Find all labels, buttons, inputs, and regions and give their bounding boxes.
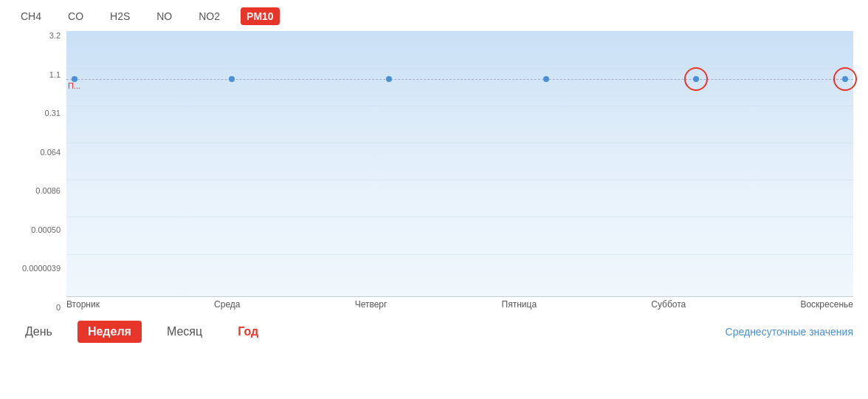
data-point-thursday xyxy=(386,76,392,82)
chart-area: 3.2 1.1 0.31 0.064 0.0086 0.00050 0.0000… xyxy=(15,31,853,312)
tab-no2[interactable]: NO2 xyxy=(193,7,226,25)
tab-bar: CH4 CO H2S NO NO2 PM10 xyxy=(0,0,868,25)
x-label-sunday: Воскресенье xyxy=(800,299,853,310)
tab-no[interactable]: NO xyxy=(151,7,178,25)
period-day-button[interactable]: День xyxy=(15,321,63,343)
chart-plot: П... xyxy=(66,31,853,297)
data-point-saturday xyxy=(693,76,699,82)
period-year-button[interactable]: Год xyxy=(227,321,269,343)
x-label-friday: Пятница xyxy=(502,299,537,310)
y-label-3: 0.064 xyxy=(40,148,61,157)
avg-label: Среднесуточные значения xyxy=(726,326,853,338)
data-point-wednesday xyxy=(229,76,235,82)
y-axis: 3.2 1.1 0.31 0.064 0.0086 0.00050 0.0000… xyxy=(15,31,66,312)
chart-container: 3.2 1.1 0.31 0.064 0.0086 0.00050 0.0000… xyxy=(15,31,853,312)
bottom-controls: День Неделя Месяц Год Среднесуточные зна… xyxy=(0,312,868,343)
data-point-friday xyxy=(543,76,549,82)
period-week-button[interactable]: Неделя xyxy=(78,321,142,343)
tab-pm10[interactable]: PM10 xyxy=(241,7,280,25)
data-point-tuesday xyxy=(72,76,78,82)
x-label-thursday: Четверг xyxy=(355,299,388,310)
y-label-5: 0.00050 xyxy=(31,225,61,234)
y-label-7: 0 xyxy=(56,303,61,312)
y-label-4: 0.0086 xyxy=(35,186,61,195)
y-label-2: 0.31 xyxy=(45,109,61,117)
y-label-1: 1.1 xyxy=(49,70,61,79)
threshold-label: П... xyxy=(68,81,80,90)
threshold-line xyxy=(66,79,853,80)
x-axis: Вторник Среда Четверг Пятница Суббота Во… xyxy=(66,297,853,312)
data-point-sunday xyxy=(842,76,848,82)
y-label-0: 3.2 xyxy=(49,31,61,40)
y-label-6: 0.0000039 xyxy=(22,264,61,273)
x-label-wednesday: Среда xyxy=(214,299,240,310)
tab-h2s[interactable]: H2S xyxy=(104,7,136,25)
x-label-tuesday: Вторник xyxy=(66,299,100,310)
x-label-saturday: Суббота xyxy=(651,299,686,310)
period-month-button[interactable]: Месяц xyxy=(156,321,213,343)
period-buttons: День Неделя Месяц Год xyxy=(15,321,269,343)
tab-co[interactable]: CO xyxy=(62,7,89,25)
tab-ch4[interactable]: CH4 xyxy=(15,7,47,25)
